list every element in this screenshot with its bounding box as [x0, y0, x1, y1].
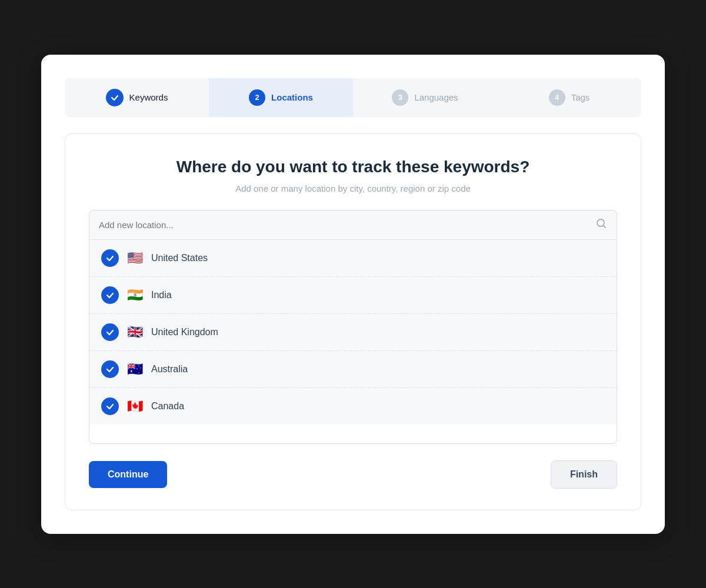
- step-tags-label: Tags: [571, 92, 590, 102]
- step-locations-label: Locations: [271, 92, 313, 102]
- flag-au: 🇦🇺: [127, 363, 143, 376]
- location-item-ca[interactable]: 🇨🇦 Canada: [89, 388, 617, 425]
- finish-button[interactable]: Finish: [551, 460, 617, 489]
- step-locations[interactable]: 2 Locations: [209, 78, 353, 117]
- location-check-us: [101, 249, 119, 267]
- location-name-gb: United Kingdom: [151, 327, 218, 338]
- location-check-ca: [101, 397, 119, 415]
- flag-ca: 🇨🇦: [127, 400, 143, 413]
- location-name-au: Australia: [151, 364, 188, 375]
- flag-us: 🇺🇸: [127, 252, 143, 265]
- main-window: Keywords 2 Locations 3 Languages 4 Tags …: [41, 55, 665, 534]
- search-input[interactable]: [99, 211, 595, 239]
- step-languages-badge: 3: [392, 89, 408, 106]
- step-keywords-label: Keywords: [129, 92, 168, 102]
- step-keywords-badge: [106, 89, 124, 106]
- location-item-gb[interactable]: 🇬🇧 United Kingdom: [89, 314, 617, 351]
- location-list: 🇺🇸 United States 🇮🇳 India 🇬🇧 United: [89, 240, 617, 425]
- step-tags[interactable]: 4 Tags: [497, 78, 641, 117]
- location-item-au[interactable]: 🇦🇺 Australia: [89, 351, 617, 388]
- location-check-au: [101, 360, 119, 378]
- location-item-us[interactable]: 🇺🇸 United States: [89, 240, 617, 277]
- search-icon: [595, 218, 607, 232]
- main-card: Where do you want to track these keyword…: [65, 133, 641, 510]
- step-languages[interactable]: 3 Languages: [353, 78, 497, 117]
- continue-button[interactable]: Continue: [89, 461, 167, 488]
- step-locations-badge: 2: [249, 89, 265, 106]
- step-languages-label: Languages: [414, 92, 458, 102]
- location-name-us: United States: [151, 253, 208, 263]
- location-check-gb: [101, 323, 119, 341]
- flag-gb: 🇬🇧: [127, 326, 143, 339]
- flag-in: 🇮🇳: [127, 289, 143, 302]
- location-item-in[interactable]: 🇮🇳 India: [89, 277, 617, 314]
- svg-line-1: [604, 225, 606, 228]
- card-title: Where do you want to track these keyword…: [89, 158, 617, 176]
- search-box[interactable]: [89, 211, 617, 240]
- location-search-wrapper: 🇺🇸 United States 🇮🇳 India 🇬🇧 United: [89, 210, 617, 444]
- location-name-ca: Canada: [151, 401, 184, 412]
- step-tags-badge: 4: [549, 89, 565, 106]
- step-keywords[interactable]: Keywords: [65, 78, 209, 117]
- card-subtitle: Add one or many location by city, countr…: [89, 183, 617, 193]
- location-check-in: [101, 286, 119, 304]
- location-name-in: India: [151, 290, 172, 300]
- card-footer: Continue Finish: [89, 460, 617, 489]
- stepper: Keywords 2 Locations 3 Languages 4 Tags: [65, 78, 641, 117]
